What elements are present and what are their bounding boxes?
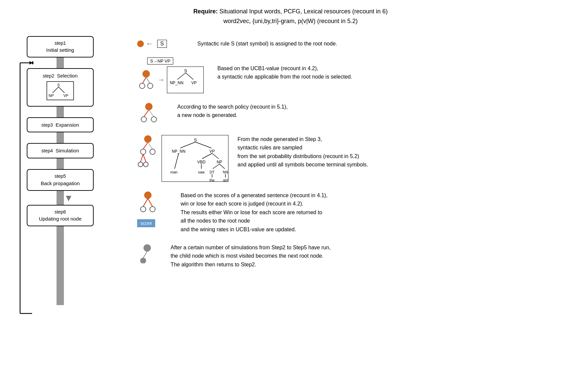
- loop-arrow-svg: [17, 53, 33, 320]
- step4-label: step4: [41, 148, 53, 153]
- svg-point-60: [150, 207, 155, 212]
- svg-text:VP: VP: [64, 94, 69, 98]
- exp5-text-line3: The results either Win or lose for each …: [181, 208, 327, 217]
- svg-line-40: [202, 153, 212, 159]
- exp4-text-line1: From the node generated in Step 3,: [237, 135, 368, 144]
- exp5-text-line5: and the wining rates in UCB1-value are u…: [181, 225, 327, 234]
- svg-point-21: [146, 103, 152, 110]
- header-line1-rest: Situational Input words, PCFG, Lexical r…: [218, 8, 388, 15]
- exp4-tree-svg: S NP_NN VP VBD NP man: [162, 135, 228, 182]
- header-line1: Require: Situational Input words, PCFG, …: [7, 7, 574, 16]
- svg-text:S: S: [57, 83, 60, 87]
- exp2-text: Based on the UCB1-value (recount in 4.2)…: [217, 64, 352, 81]
- svg-text:girl: girl: [223, 178, 228, 182]
- svg-line-32: [143, 154, 146, 162]
- exp2-row: S→NP VP → S: [137, 57, 574, 93]
- svg-point-25: [151, 117, 157, 122]
- svg-point-33: [138, 162, 143, 167]
- exp3-visual: [137, 103, 171, 126]
- svg-text:NP_NN: NP_NN: [170, 81, 184, 85]
- svg-text:the: the: [209, 178, 214, 182]
- svg-line-12: [142, 77, 146, 84]
- arrow-right-exp2: →: [158, 76, 165, 84]
- exp3-text-line2: a new node is generated.: [177, 111, 288, 120]
- svg-text:saw: saw: [198, 170, 205, 174]
- exp3-row: According to the search policy (recount …: [137, 103, 574, 126]
- rule-label-box: S→NP VP: [147, 57, 173, 64]
- svg-line-48: [213, 164, 219, 169]
- exp5-text: Based on the scores of a generated sente…: [181, 191, 327, 234]
- exp5-text-line1: Based on the scores of a generated sente…: [181, 191, 327, 200]
- exp2-tree-svg: S NP_NN VP: [167, 67, 204, 93]
- exp3-text: According to the search policy (recount …: [177, 103, 288, 120]
- step5-name: Back propagation: [33, 180, 88, 187]
- arrow-left-exp1: ←: [146, 39, 153, 48]
- score-badge: score: [137, 219, 155, 227]
- exp5-text-line4: all the nodes to the root node: [181, 217, 327, 225]
- svg-text:DT: DT: [210, 170, 215, 174]
- exp4-visual: S NP_NN VP VBD NP man: [137, 135, 231, 182]
- step3-label: step3: [41, 122, 53, 128]
- exp2-node-tree: → S NP_NN VP: [137, 67, 204, 93]
- require-label: Require:: [193, 8, 218, 15]
- svg-text:NP: NP: [49, 94, 54, 98]
- exp3-node-svg: [137, 103, 161, 124]
- svg-point-29: [140, 149, 146, 154]
- svg-point-59: [140, 207, 146, 212]
- step2-label: step2: [43, 73, 54, 79]
- exp2-text-line1: Based on the UCB1-value (recount in 4.2)…: [217, 64, 352, 73]
- exp2-text-line2: a syntactic rule applicable from the roo…: [217, 73, 352, 81]
- exp6-text-line3: The algorithm then returns to Step2.: [171, 260, 330, 269]
- svg-line-58: [148, 199, 153, 207]
- exp6-text: After a certain number of simulations fr…: [171, 243, 330, 269]
- svg-line-27: [143, 142, 148, 149]
- exp4-node-svg: [137, 135, 159, 172]
- svg-line-41: [212, 153, 219, 159]
- svg-point-24: [141, 117, 147, 122]
- svg-text:VP: VP: [191, 81, 197, 85]
- step4-name: Simulation: [56, 148, 79, 153]
- exp2-visual: S→NP VP → S: [137, 57, 211, 93]
- svg-text:S: S: [184, 68, 187, 73]
- exp5-row: score Based on the scores of a generated…: [137, 191, 574, 234]
- svg-line-62: [143, 251, 147, 258]
- svg-line-31: [140, 154, 143, 162]
- exp3-text-line1: According to the search policy (recount …: [177, 103, 288, 111]
- exp6-node-svg: [137, 243, 157, 263]
- svg-text:VP: VP: [209, 149, 215, 154]
- step5-label: step5: [33, 173, 88, 180]
- exp2-node-svg: [137, 70, 156, 90]
- svg-line-17: [177, 73, 186, 80]
- step3-box: step3 Expansion: [27, 117, 94, 133]
- exp4-row: S NP_NN VP VBD NP man: [137, 135, 574, 182]
- svg-line-37: [195, 142, 211, 148]
- step1-name: Initial setting: [33, 46, 88, 53]
- step3-name: Expansion: [56, 122, 79, 128]
- svg-text:NN: NN: [223, 170, 228, 174]
- step2-tree-svg: S NP VP: [45, 81, 75, 101]
- svg-line-13: [146, 77, 150, 84]
- explanations-panel: ← S Syntactic rule S (start symbol) is a…: [137, 36, 574, 278]
- svg-point-61: [144, 245, 151, 251]
- svg-line-23: [149, 110, 154, 117]
- exp1-row: ← S Syntactic rule S (start symbol) is a…: [137, 39, 574, 48]
- svg-text:man: man: [170, 170, 177, 174]
- step1-label: step1: [33, 40, 88, 47]
- svg-point-34: [143, 162, 148, 167]
- svg-point-15: [148, 83, 153, 89]
- s-symbol-box: S: [157, 40, 167, 48]
- step6-name: Updating root node: [33, 215, 88, 222]
- svg-point-11: [143, 71, 150, 77]
- svg-line-7: [53, 87, 59, 93]
- down-arrow: ▼: [27, 193, 110, 204]
- svg-point-56: [144, 192, 151, 199]
- step6-box: step6 Updating root node: [27, 205, 94, 227]
- exp4-text-line4: and applied until all symbols become ter…: [237, 160, 368, 169]
- exp5-text-line2: win or lose for each score is judged (re…: [181, 200, 327, 208]
- svg-line-57: [143, 199, 148, 207]
- svg-point-30: [150, 149, 155, 154]
- svg-line-22: [144, 110, 149, 117]
- svg-text:NP_NN: NP_NN: [172, 149, 186, 154]
- svg-line-49: [219, 164, 225, 169]
- exp5-node-svg: [137, 191, 159, 218]
